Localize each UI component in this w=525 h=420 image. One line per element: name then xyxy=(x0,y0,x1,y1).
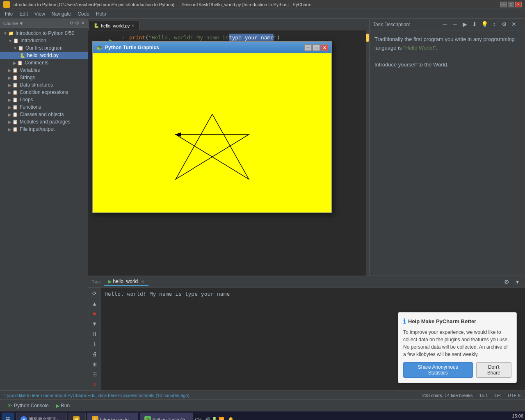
run-icon: ▶ xyxy=(108,279,112,284)
run-tab[interactable]: ▶ hello_world ✕ xyxy=(104,278,148,286)
task-close-button[interactable]: ✕ xyxy=(509,20,518,28)
turtle-minimize-button[interactable]: ─ xyxy=(304,44,312,51)
python-console-tab[interactable]: ≫ Python Console xyxy=(3,402,53,409)
task-panel-content: Traditionally the first program you writ… xyxy=(370,30,525,276)
run-tab-icon: ▶ xyxy=(56,403,59,408)
tree-item-our-first-program[interactable]: ▼ 📋 Our first program xyxy=(0,44,88,52)
run-pause-button[interactable]: ⏸ xyxy=(90,330,99,338)
task-download-button[interactable]: ⬇ xyxy=(470,20,479,28)
menu-code[interactable]: Code xyxy=(74,10,93,18)
taskbar-pycharm-button[interactable]: P Introduction to ... xyxy=(87,413,138,420)
run-clear-button[interactable]: ⊡ xyxy=(90,370,99,379)
turtle-close-button[interactable]: ✕ xyxy=(321,44,328,51)
sync-icon[interactable]: ⟳ xyxy=(70,21,73,26)
run-restart-button[interactable]: ⟳ xyxy=(90,289,99,298)
run-label: Run: xyxy=(91,279,101,284)
task-back-button[interactable]: ← xyxy=(441,20,450,28)
menu-navigate[interactable]: Navigate xyxy=(48,10,74,18)
taskbar-browser-button[interactable]: ● 博客后台管理 -... xyxy=(16,413,67,420)
tree-item-data-structures[interactable]: ▶ 📋 Data structures xyxy=(0,81,88,89)
dont-share-button[interactable]: Don't Share xyxy=(476,362,512,378)
folder-icon: 📁 xyxy=(73,416,80,420)
tree-item-comments[interactable]: ▶ 📋 Comments xyxy=(0,59,88,66)
turtle-maximize-button[interactable]: □ xyxy=(313,44,320,51)
bottom-tabs: Run: ▶ hello_world ✕ ⚙ ▾ xyxy=(88,276,525,288)
help-popup: ℹ Help Make PyCharm Better To improve yo… xyxy=(398,312,517,383)
sys-icons: 🔊 🔋 📶 xyxy=(205,417,224,420)
menu-file[interactable]: File xyxy=(2,10,16,18)
task-panel: Task Description: ← → ▶ ⬇ 💡 ↕ ⚙ ✕ Tradit xyxy=(369,19,525,276)
run-step-button[interactable]: ⤵ xyxy=(90,340,99,349)
taskbar-turtle-button[interactable]: 🐢 Python Turtle Gr... xyxy=(140,413,194,420)
menu-help[interactable]: Help xyxy=(93,10,110,18)
run-scroll-up-button[interactable]: ▲ xyxy=(90,299,99,308)
window-controls: ─ □ ✕ xyxy=(500,2,522,7)
start-button[interactable]: ⊞ xyxy=(2,413,14,420)
turtle-titlebar: 🐢 Python Turtle Graphics ─ □ ✕ xyxy=(93,42,331,53)
task-hint-button[interactable]: 💡 xyxy=(480,20,489,28)
tree-item-functions[interactable]: ▶ 📋 Functions xyxy=(0,103,88,111)
close-button[interactable]: ✕ xyxy=(515,2,522,7)
task-toolbar: ← → ▶ ⬇ 💡 ↕ ⚙ ✕ xyxy=(437,19,522,30)
menu-edit[interactable]: Edit xyxy=(16,10,31,18)
tree-item-variables[interactable]: ▶ 📋 Variables xyxy=(0,66,88,74)
title-bar: Introduction to Python [C:\Users\teacher… xyxy=(0,0,525,9)
course-dropdown[interactable]: Course ▼ xyxy=(3,21,23,26)
taskbar-filemanager-button[interactable]: 📁 xyxy=(68,413,86,420)
tree-item-classes-objects[interactable]: ▶ 📋 Classes and objects xyxy=(0,111,88,118)
help-popup-buttons: Share Anonymous Statistics Don't Share xyxy=(403,362,511,378)
tree-item-strings[interactable]: ▶ 📋 Strings xyxy=(0,74,88,81)
code-line-1: 1 print("Hello, world! My name is type y… xyxy=(112,34,366,42)
project-panel-header[interactable]: Course ▼ ⟳ ⚙ ✕ xyxy=(0,19,88,28)
run-collapse-button[interactable]: ▾ xyxy=(513,278,522,286)
run-print-button[interactable]: 🖨 xyxy=(90,350,99,358)
turtle-icon: 🐢 xyxy=(144,416,151,420)
turtle-canvas xyxy=(93,53,331,212)
tree-item-file-io[interactable]: ▶ 📋 File input/output xyxy=(0,126,88,133)
help-popup-title: Help Make PyCharm Better xyxy=(408,318,476,324)
task-expand-button[interactable]: ↕ xyxy=(490,20,499,28)
share-stats-button[interactable]: Share Anonymous Statistics xyxy=(403,362,473,378)
task-settings-button[interactable]: ⚙ xyxy=(500,20,509,28)
task-forward-button[interactable]: → xyxy=(450,20,459,28)
tree-item-hello-world[interactable]: 🐍 hello_world.py xyxy=(0,52,88,59)
collapse-icon[interactable]: ✕ xyxy=(81,21,84,26)
window-title: Introduction to Python [C:\Users\teacher… xyxy=(12,2,500,7)
editor-tab[interactable]: 🐍 hello_world.py ✕ xyxy=(88,21,140,30)
run-tab-close[interactable]: ✕ xyxy=(141,279,144,284)
run-panel-controls: ⚙ ▾ xyxy=(502,278,522,286)
run-settings-button[interactable]: ⚙ xyxy=(502,278,511,286)
maximize-button[interactable]: □ xyxy=(508,2,514,7)
python-console-icon: ≫ xyxy=(7,403,12,408)
menu-bar: File Edit View Navigate Code Help xyxy=(0,9,525,19)
tree-root[interactable]: ▼ 📁 Introduction to Python 0/50 xyxy=(0,30,88,37)
app-icon xyxy=(3,1,10,8)
turtle-popup-title: Python Turtle Graphics xyxy=(105,45,304,50)
tree-item-condition-expressions[interactable]: ▶ 📋 Condition expressions xyxy=(0,89,88,96)
start-icon: ⊞ xyxy=(5,415,11,420)
run-scroll-down-button[interactable]: ▼ xyxy=(90,320,99,328)
help-popup-header: ℹ Help Make PyCharm Better xyxy=(403,317,511,325)
menu-view[interactable]: View xyxy=(31,10,48,18)
tree-item-modules-packages[interactable]: ▶ 📋 Modules and packages xyxy=(0,118,88,126)
run-stop-button[interactable]: ■ xyxy=(90,309,99,318)
run-filter-button[interactable]: ⊞ xyxy=(90,360,99,369)
tree-item-introduction[interactable]: ▼ 📋 Introduction xyxy=(0,37,88,44)
bottom-tab-row: ≫ Python Console ▶ Run xyxy=(0,399,525,411)
task-instruction-text: Introduce yourself to the World. xyxy=(374,61,520,69)
tree-item-loops[interactable]: ▶ 📋 Loops xyxy=(0,96,88,103)
turtle-popup: 🐢 Python Turtle Graphics ─ □ ✕ xyxy=(92,41,332,213)
run-error-button[interactable]: ✕ xyxy=(90,380,99,389)
status-message[interactable]: If you'd like to learn more about PyChar… xyxy=(3,393,189,398)
browser-icon: ● xyxy=(21,416,27,420)
tab-close-button[interactable]: ✕ xyxy=(131,23,135,28)
run-tab-bottom[interactable]: ▶ Run xyxy=(56,403,70,409)
help-popup-body: To improve your experience, we would lik… xyxy=(403,329,511,358)
taskbar-clock: 15:06 2018/5/14 xyxy=(503,413,523,420)
minimize-button[interactable]: ─ xyxy=(500,2,507,7)
task-run-button[interactable]: ▶ xyxy=(460,20,469,28)
turtle-popup-icon: 🐢 xyxy=(96,45,103,50)
run-sidebar: ⟳ ▲ ■ ▼ ⏸ ⤵ 🖨 ⊞ ⊡ ✕ xyxy=(88,288,101,390)
status-right: 238 chars, 14 line breaks 15:1 LF: UTF-8… xyxy=(422,393,522,398)
settings-icon[interactable]: ⚙ xyxy=(75,21,79,26)
